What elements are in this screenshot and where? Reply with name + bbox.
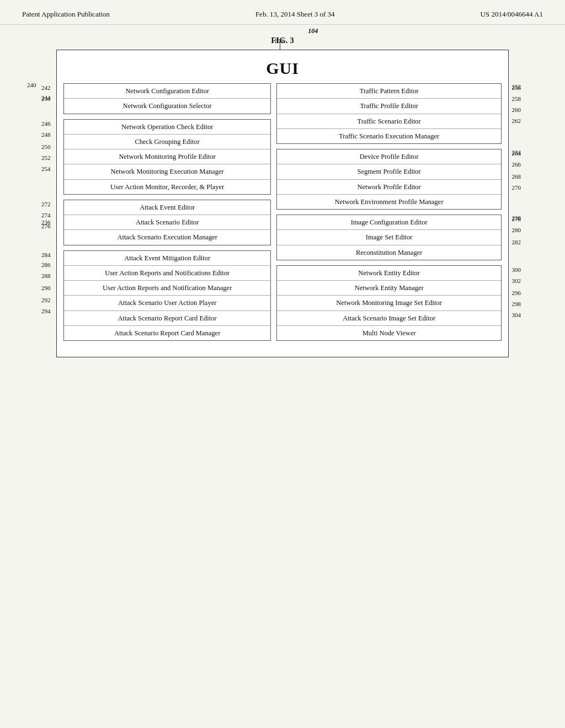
ref-292: 292 xyxy=(41,297,51,303)
item-traffic-scenario: Traffic Scenario Editor xyxy=(277,114,501,129)
ref-304: 304 xyxy=(512,312,521,318)
ref-264: 264 xyxy=(512,150,521,157)
item-image-config: Image Configuration Editor xyxy=(277,215,501,230)
ref-246: 246 xyxy=(41,120,51,127)
item-monitoring-profile: Network Monitoring Profile Editor xyxy=(64,149,270,164)
item-multi-node-viewer: Multi Node Viewer xyxy=(277,326,501,340)
item-traffic-pattern: Traffic Pattern Editor xyxy=(277,84,501,99)
group-network-config: Network Configuration Editor Network Con… xyxy=(63,83,271,114)
item-attack-scenario-report-card: Attack Scenario Report Card Editor xyxy=(64,311,270,326)
ref-248: 248 xyxy=(41,131,51,138)
ref-296: 296 xyxy=(512,290,521,296)
group-attack-bottom: Attack Event Mitigation Editor User Acti… xyxy=(63,250,271,341)
header-right: US 2014/0046644 A1 xyxy=(481,10,543,19)
header-left: Patent Application Publication xyxy=(22,10,110,19)
ref-286: 286 xyxy=(41,261,51,268)
ref-254: 254 xyxy=(41,165,51,172)
item-attack-scenario-exec: Attack Scenario Execution Manager xyxy=(64,230,270,244)
ref-266: 266 xyxy=(512,161,521,168)
item-attack-scenario-player: Attack Scenario User Action Player xyxy=(64,296,270,311)
ref-252: 252 xyxy=(41,154,51,161)
group-network-monitoring: Network Operation Check Editor Check Gro… xyxy=(63,119,271,195)
item-monitoring-exec: Network Monitoring Execution Manager xyxy=(64,164,270,179)
item-image-set: Image Set Editor xyxy=(277,230,501,245)
item-network-monitoring-imageset: Network Monitoring Image Set Editor xyxy=(277,296,501,311)
item-network-profile: Network Profile Editor xyxy=(277,180,501,195)
group-network-entity: Network Entity Editor Network Entity Man… xyxy=(276,265,502,341)
item-user-action-reports-editor: User Action Reports and Notifications Ed… xyxy=(64,266,270,281)
item-network-env-profile: Network Environment Profile Manager xyxy=(277,195,501,209)
ref-242: 242 xyxy=(41,84,51,91)
ref-290: 290 xyxy=(41,285,51,291)
ref-236: 236 xyxy=(41,219,51,226)
ref-250: 250 xyxy=(41,143,51,150)
item-network-entity-mgr: Network Entity Manager xyxy=(277,281,501,296)
item-traffic-profile: Traffic Profile Editor xyxy=(277,99,501,114)
item-attack-scenario-report-mgr: Attack Scenario Report Card Manager xyxy=(64,326,270,340)
item-network-config-selector: Network Configuration Selector xyxy=(64,99,270,113)
item-network-op-check: Network Operation Check Editor xyxy=(64,120,270,135)
ref-302: 302 xyxy=(512,277,521,284)
item-attack-scenario-editor: Attack Scenario Editor xyxy=(64,215,270,230)
group-traffic: Traffic Pattern Editor Traffic Profile E… xyxy=(276,83,502,144)
ref-270: 270 xyxy=(512,184,521,191)
ref-240-label: 240 xyxy=(27,82,36,88)
item-attack-event-mitigation: Attack Event Mitigation Editor xyxy=(64,251,270,266)
ref-268: 268 xyxy=(512,173,521,180)
header-middle: Feb. 13, 2014 Sheet 3 of 34 xyxy=(255,10,335,19)
diagram-box: GUI 242 244 Network Configuration Editor… xyxy=(56,50,509,357)
gui-title: GUI xyxy=(61,56,504,83)
ref-260: 260 xyxy=(512,106,521,113)
item-segment-profile: Segment Profile Editor xyxy=(277,164,501,179)
item-network-config-editor: Network Configuration Editor xyxy=(64,84,270,99)
ref-230: 230 xyxy=(41,95,51,102)
ref-262: 262 xyxy=(512,117,521,124)
ref-300: 300 xyxy=(512,266,521,273)
item-device-profile: Device Profile Editor xyxy=(277,149,501,164)
item-attack-event-editor: Attack Event Editor xyxy=(64,200,270,215)
item-user-action-monitor: User Action Monitor, Recorder, & Player xyxy=(64,180,270,194)
ref-280: 280 xyxy=(512,227,521,233)
page-header: Patent Application Publication Feb. 13, … xyxy=(0,0,565,25)
group-image: Image Configuration Editor Image Set Edi… xyxy=(276,215,502,260)
ref-284: 284 xyxy=(41,251,51,258)
item-user-action-reports-mgr: User Action Reports and Notification Man… xyxy=(64,281,270,296)
group-attack-top: Attack Event Editor Attack Scenario Edit… xyxy=(63,200,271,245)
item-check-grouping: Check Grouping Editor xyxy=(64,135,270,149)
ref-278: 278 xyxy=(512,216,521,222)
ref-298: 298 xyxy=(512,301,521,307)
item-network-entity-editor: Network Entity Editor xyxy=(277,266,501,281)
ref-272: 272 xyxy=(41,201,51,207)
item-reconstitution: Reconstitution Manager xyxy=(277,245,501,260)
item-traffic-scenario-exec: Traffic Scenario Execution Manager xyxy=(277,129,501,143)
ref-282: 282 xyxy=(512,239,521,245)
ref-288: 288 xyxy=(41,272,51,279)
ref-256: 256 xyxy=(512,84,521,91)
item-attack-scenario-imageset: Attack Scenario Image Set Editor xyxy=(277,311,501,326)
ref-274: 274 xyxy=(41,212,51,218)
group-profiles: Device Profile Editor Segment Profile Ed… xyxy=(276,149,502,210)
ref-294: 294 xyxy=(41,308,51,314)
ref-104: 104 xyxy=(308,27,318,35)
ref-258: 258 xyxy=(512,95,521,102)
